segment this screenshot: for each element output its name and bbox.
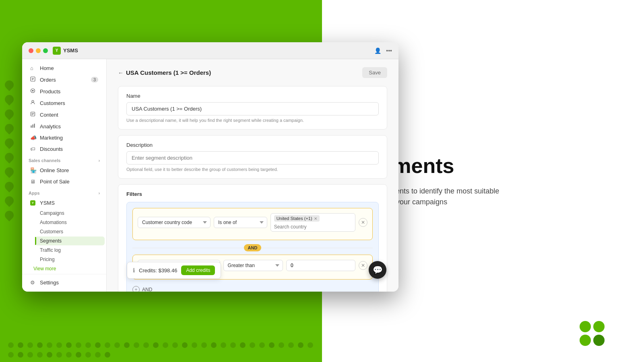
sidebar-label-home: Home [40, 65, 54, 71]
segments-label: Segments [40, 238, 62, 244]
sidebar: ⌂ Home Orders 3 Products [22, 59, 107, 292]
description-input[interactable] [126, 151, 379, 165]
marketing-icon: 📣 [30, 135, 37, 141]
sidebar-item-segments[interactable]: Segments [35, 237, 105, 245]
credits-bar: ℹ Credits: $398.46 Add credits [127, 262, 221, 279]
page-header: ← USA Customers (1 >= Orders) Save [118, 67, 387, 78]
logo-dot-2 [593, 321, 605, 332]
sidebar-label-orders: Orders [40, 77, 56, 83]
sidebar-item-analytics[interactable]: Analytics [24, 121, 105, 132]
sidebar-label-pos: Point of Sale [40, 179, 70, 185]
chat-button[interactable]: 💬 [369, 261, 386, 279]
svg-rect-12 [33, 125, 33, 128]
description-section: Description Optional field, use it to be… [118, 135, 387, 179]
add-and-label: AND [142, 287, 152, 292]
logo-dot-1 [580, 321, 591, 332]
filter-value-input-2[interactable] [286, 260, 355, 271]
and-connector: AND [132, 244, 373, 251]
sidebar-item-online-store[interactable]: 🏪 Online Store [24, 165, 105, 176]
window-controls [29, 48, 48, 53]
and-badge: AND [244, 244, 262, 251]
app-name: YSMS [63, 47, 78, 53]
automations-label: Automations [40, 220, 67, 225]
sidebar-item-products[interactable]: Products [24, 86, 105, 97]
sidebar-label-content: Content [40, 112, 58, 118]
sidebar-item-customers[interactable]: Customers [24, 97, 105, 109]
svg-rect-13 [34, 124, 35, 128]
filter-operator-select-2[interactable]: Greater than [223, 260, 283, 271]
filter-field-select-1[interactable]: Customer country code [138, 217, 211, 228]
country-search-input[interactable] [274, 224, 352, 230]
discounts-icon: 🏷 [30, 146, 37, 152]
apps-expand[interactable]: › [99, 191, 100, 195]
close-button[interactable] [29, 48, 33, 53]
remove-filter-2[interactable]: ✕ [359, 261, 367, 270]
content-icon [30, 111, 37, 118]
sidebar-item-orders[interactable]: Orders 3 [24, 74, 105, 85]
back-navigation[interactable]: ← USA Customers (1 >= Orders) [118, 69, 211, 76]
customers-icon [30, 100, 37, 106]
pricing-label: Pricing [40, 257, 55, 262]
plus-circle-icon: + [132, 286, 140, 292]
remove-tag-us[interactable]: ✕ [314, 216, 317, 221]
filter-tag-us: United States (+1) ✕ [274, 215, 320, 222]
sidebar-item-home[interactable]: ⌂ Home [24, 63, 105, 74]
app-title: Y YSMS [53, 47, 78, 55]
sidebar-item-settings[interactable]: ⚙ Settings [24, 277, 105, 288]
sidebar-item-pricing[interactable]: Pricing [35, 255, 105, 264]
logo-dots [580, 321, 612, 346]
ysms-label: YSMS [40, 200, 55, 206]
sidebar-item-content[interactable]: Content [24, 109, 105, 120]
sales-channels-section: Sales channels › [22, 155, 106, 165]
settings-section: ⚙ Settings [22, 274, 106, 288]
campaigns-label: Campaigns [40, 210, 64, 216]
window-body: ⌂ Home Orders 3 Products [22, 59, 398, 292]
save-button[interactable]: Save [362, 67, 387, 78]
sidebar-item-ysms-customers[interactable]: Customers [35, 227, 105, 236]
logo-dot-4 [593, 335, 605, 346]
page-title: USA Customers (1 >= Orders) [126, 69, 211, 76]
sidebar-item-point-of-sale[interactable]: 🖥 Point of Sale [24, 176, 105, 187]
add-credits-button[interactable]: Add credits [181, 265, 215, 275]
titlebar: Y YSMS 👤 ••• [22, 42, 398, 59]
filter-row-1: Customer country code Is one of United S… [138, 213, 367, 232]
filter-value-tags-1[interactable]: United States (+1) ✕ [270, 213, 355, 232]
bottom-dots [0, 340, 322, 362]
sidebar-label-marketing: Marketing [40, 135, 63, 141]
left-decorative-dots [0, 80, 14, 220]
maximize-button[interactable] [43, 48, 48, 53]
apps-label: Apps [29, 191, 40, 195]
products-icon [30, 88, 37, 95]
account-icon[interactable]: 👤 [374, 47, 381, 54]
settings-icon: ⚙ [30, 280, 37, 286]
analytics-icon [30, 123, 37, 130]
remove-filter-1[interactable]: ✕ [359, 218, 367, 227]
logo-dot-3 [580, 335, 591, 346]
sidebar-item-discounts[interactable]: 🏷 Discounts [24, 144, 105, 154]
online-store-icon: 🏪 [30, 167, 37, 173]
apps-section: Apps › [22, 187, 106, 197]
sidebar-item-marketing[interactable]: 📣 Marketing [24, 132, 105, 143]
svg-point-6 [32, 101, 34, 103]
sidebar-item-campaigns[interactable]: Campaigns [35, 209, 105, 218]
sidebar-item-traffic-log[interactable]: Traffic log [35, 246, 105, 255]
settings-label: Settings [40, 280, 59, 286]
filter-operator-select-1[interactable]: Is one of [214, 217, 267, 228]
view-more-link[interactable]: View more [22, 264, 106, 273]
sales-channels-expand[interactable]: › [99, 158, 100, 163]
name-input[interactable] [126, 102, 379, 115]
filter-group-1: Customer country code Is one of United S… [132, 208, 373, 240]
credits-amount: Credits: $398.46 [139, 267, 177, 274]
sidebar-item-ysms[interactable]: Y YSMS [24, 197, 105, 208]
titlebar-actions: 👤 ••• [374, 47, 392, 54]
minimize-button[interactable] [36, 48, 41, 53]
home-icon: ⌂ [30, 65, 37, 71]
orders-badge: 3 [91, 77, 98, 82]
sidebar-item-automations[interactable]: Automations [35, 218, 105, 227]
sidebar-label-analytics: Analytics [40, 123, 61, 130]
sidebar-label-products: Products [40, 88, 60, 95]
name-section: Name Use a descriptional name, it will h… [118, 86, 387, 130]
more-options-icon[interactable]: ••• [386, 47, 392, 54]
add-and-condition[interactable]: + AND [132, 284, 373, 292]
app-window: Y YSMS 👤 ••• ⌂ Home [22, 42, 398, 292]
